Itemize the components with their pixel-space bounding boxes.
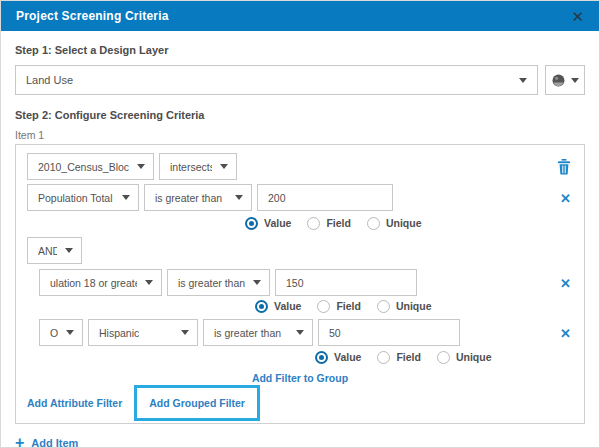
filter3-field-select[interactable]: Hispanic [88,319,198,346]
x-icon: ✕ [560,190,571,205]
filter3-radio-value[interactable]: Value [315,351,361,364]
plus-icon: + [15,435,24,448]
filter1-value-input[interactable] [257,184,393,211]
filter1-radio-field[interactable]: Field [307,217,351,230]
filter3-radio-field[interactable]: Field [377,351,421,364]
chevron-down-icon [181,330,189,335]
radio-unselected-icon [307,217,320,230]
spatial-operator-select[interactable]: intersects [159,153,237,180]
filter1-field-select[interactable]: Population Total [27,184,139,211]
filter2-field-select[interactable]: ulation 18 or greater [39,269,162,296]
x-icon: ✕ [560,275,571,290]
group-logic-row: AND [27,237,573,264]
filter3-logic-select[interactable]: OR [39,319,83,346]
radio-unselected-icon [377,300,390,313]
filter2-operator-value: is greater than [178,277,245,289]
delete-item-button[interactable] [557,159,571,175]
filter2-mode-radio-group: Value Field Unique [255,299,573,313]
screening-layer-select[interactable]: 2010_Census_Blocks [27,153,154,180]
radio-selected-icon [315,351,328,364]
remove-filter2-button[interactable]: ✕ [560,276,571,289]
filter2-radio-field[interactable]: Field [317,300,361,313]
radio-unselected-icon [437,351,450,364]
filter2-field-value: ulation 18 or greater [50,277,137,289]
chevron-down-icon [137,164,145,169]
group-logic-value: AND [38,245,57,257]
chevron-down-icon [220,164,228,169]
item-1-label: Item 1 [15,129,585,141]
remove-filter3-button[interactable]: ✕ [560,326,571,339]
group-logic-select[interactable]: AND [27,237,82,264]
attribute-filter-row-3: OR Hispanic is greater than ✕ [39,319,573,346]
close-icon[interactable]: ✕ [571,9,584,24]
filter1-field-value: Population Total [38,192,113,204]
radio-unselected-icon [317,300,330,313]
filter-actions-row: Add Attribute Filter Add Grouped Filter [27,385,573,421]
filter3-value-input[interactable] [318,319,460,346]
filter3-radio-unique[interactable]: Unique [437,351,492,364]
x-icon: ✕ [560,325,571,340]
chevron-down-icon [296,330,304,335]
filter2-operator-select[interactable]: is greater than [167,269,270,296]
radio-unselected-icon [377,351,390,364]
filter3-operator-value: is greater than [214,327,281,339]
dialog-header: Project Screening Criteria ✕ [1,1,599,31]
design-layer-select[interactable]: Land Use [15,65,538,95]
filter1-operator-value: is greater than [155,192,222,204]
attribute-filter-row-1: Population Total is greater than ✕ [27,184,573,211]
chevron-down-icon [145,280,153,285]
remove-filter1-button[interactable]: ✕ [560,191,571,204]
chevron-down-icon [65,248,73,253]
filter1-mode-radio-group: Value Field Unique [245,216,573,230]
filter3-operator-select[interactable]: is greater than [203,319,313,346]
filter2-value-input[interactable] [275,269,417,296]
add-filter-to-group-link[interactable]: Add Filter to Group [252,372,348,384]
design-layer-select-value: Land Use [26,74,73,86]
chevron-down-icon [235,195,243,200]
filter1-operator-select[interactable]: is greater than [144,184,252,211]
chevron-down-icon [519,78,527,83]
radio-selected-icon [255,300,268,313]
filter3-field-value: Hispanic [99,327,139,339]
project-screening-criteria-dialog: Project Screening Criteria ✕ Step 1: Sel… [0,0,600,448]
design-layer-row: Land Use [15,65,585,95]
add-attribute-filter-link[interactable]: Add Attribute Filter [27,397,122,409]
radio-unselected-icon [367,217,380,230]
step1-label: Step 1: Select a Design Layer [15,44,585,56]
filter2-radio-unique[interactable]: Unique [377,300,432,313]
filter1-radio-unique[interactable]: Unique [367,217,422,230]
dialog-content: Step 1: Select a Design Layer Land Use S… [1,31,599,448]
chevron-down-icon [66,330,74,335]
filter2-radio-value[interactable]: Value [255,300,301,313]
layer-filter-row: 2010_Census_Blocks intersects [27,153,573,180]
filter3-mode-radio-group: Value Field Unique [315,350,573,364]
add-grouped-filter-link[interactable]: Add Grouped Filter [149,397,245,409]
step2-label: Step 2: Configure Screening Criteria [15,109,585,121]
screening-layer-value: 2010_Census_Blocks [38,161,129,173]
add-filter-to-group-row: Add Filter to Group [27,372,573,384]
radio-selected-icon [245,217,258,230]
globe-icon [552,74,565,87]
trash-icon [557,159,571,175]
add-item-label: Add Item [31,437,78,448]
filter1-radio-value[interactable]: Value [245,217,291,230]
item-1-box: 2010_Census_Blocks intersects [15,144,585,424]
add-item-button[interactable]: + Add Item [15,435,585,448]
layer-options-button[interactable] [545,65,585,95]
chevron-down-icon [571,78,579,83]
chevron-down-icon [253,280,261,285]
dialog-title: Project Screening Criteria [16,9,169,23]
filter3-logic-value: OR [50,327,58,339]
add-grouped-filter-highlight: Add Grouped Filter [134,385,260,421]
spatial-operator-value: intersects [170,161,212,173]
chevron-down-icon [122,195,130,200]
attribute-filter-row-2: ulation 18 or greater is greater than ✕ [39,269,573,296]
